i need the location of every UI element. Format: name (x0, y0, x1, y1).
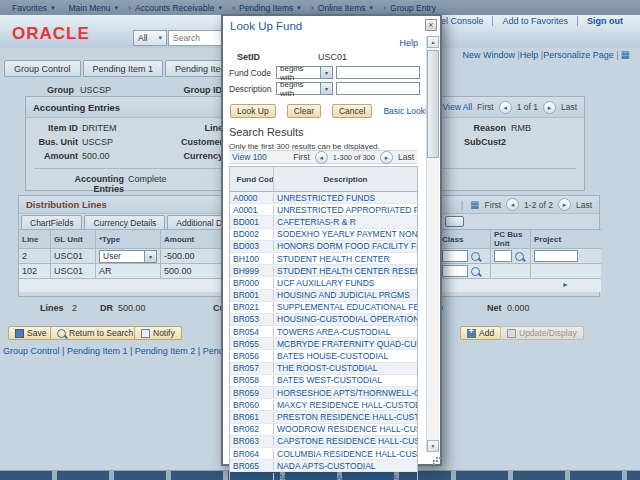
description-cell[interactable]: PRESTON RESIDENCE HALL-CUSTODI (274, 412, 417, 422)
result-row[interactable]: BR063 CAPSTONE RESIDENCE HALL-CUSTOD (230, 436, 417, 448)
close-icon[interactable]: × (425, 19, 437, 31)
add-button[interactable]: Add (460, 326, 501, 340)
description-cell[interactable]: HORSESHOE APTS/THORNWELL-CUSTO (274, 388, 417, 398)
description-cell[interactable]: TOWERS AREA-CUSTODIAL (274, 327, 417, 337)
pc-bus-unit-input[interactable] (494, 250, 512, 262)
fund-code-cell[interactable]: BR066 (230, 473, 274, 480)
footer-link[interactable]: Pending Item 2 (135, 346, 203, 356)
description-input[interactable] (336, 82, 420, 95)
look-up-button[interactable]: Look Up (230, 104, 276, 118)
result-row[interactable]: BR058 BATES WEST-CUSTODIAL (230, 375, 417, 387)
fund-code-cell[interactable]: BD002 (230, 229, 274, 239)
lookup-icon[interactable] (471, 252, 480, 261)
result-row[interactable]: BR057 THE ROOST-CUSTODIAL (230, 363, 417, 375)
pagebar-link[interactable]: New Window (462, 50, 519, 60)
description-cell[interactable]: MCBRYDE FRATERNITY QUAD-CUSTOD (274, 339, 417, 349)
breadcrumb-item[interactable]: › Group Entry (383, 3, 440, 13)
fund-code-input[interactable] (336, 66, 420, 79)
description-cell[interactable]: BATES WEST-CUSTODIAL (274, 375, 417, 385)
view-all-link[interactable]: View All (443, 102, 473, 112)
description-cell[interactable]: MAXCY RESIDENCE HALL-CUSTODIAL (274, 400, 417, 410)
description-cell[interactable]: STUDENT HEALTH CENTER RESERVE (274, 266, 417, 276)
type-select[interactable]: User ▾ (99, 250, 157, 263)
fund-code-cell[interactable]: BR062 (230, 424, 274, 434)
help-link[interactable]: Help (399, 38, 418, 48)
description-cell[interactable]: COLUMBIA RESIDENCE HALL-CUSTOD (274, 449, 417, 459)
description-cell[interactable]: HONORS DORM FOOD FACILITY FEE (274, 241, 417, 251)
fund-code-cell[interactable]: BR054 (230, 327, 274, 337)
resize-grip[interactable] (431, 455, 439, 463)
fund-code-cell[interactable]: BR064 (230, 449, 274, 459)
result-row[interactable]: BR066 PATTERSON HALL-CUSTODIAL (230, 472, 417, 480)
fund-code-cell[interactable]: BH100 (230, 254, 274, 264)
fund-code-cell[interactable]: BR001 (230, 290, 274, 300)
fund-code-cell[interactable]: BH999 (230, 266, 274, 276)
dialog-scrollbar[interactable]: ▲ ▼ (426, 36, 439, 452)
fund-code-cell[interactable]: BR053 (230, 314, 274, 324)
cancel-button[interactable]: Cancel (332, 104, 372, 118)
result-row[interactable]: BH100 STUDENT HEALTH CENTER (230, 253, 417, 265)
breadcrumb-item[interactable]: Main Menu ▾ (64, 3, 118, 13)
description-operator-select[interactable]: begins with ▾ (276, 82, 333, 95)
pager-next-button[interactable]: ▸ (543, 101, 556, 114)
fund-code-cell[interactable]: BR056 (230, 351, 274, 361)
result-row[interactable]: BD003 HONORS DORM FOOD FACILITY FEE (230, 241, 417, 253)
fund-code-cell[interactable]: BR065 (230, 461, 274, 471)
result-row[interactable]: BR054 TOWERS AREA-CUSTODIAL (230, 326, 417, 338)
scrollbar-thumb[interactable] (427, 50, 439, 158)
fund-code-cell[interactable]: BR058 (230, 375, 274, 385)
pagebar-link[interactable]: Help (520, 50, 543, 60)
result-row[interactable]: BR056 BATES HOUSE-CUSTODIAL (230, 350, 417, 362)
search-scope-select[interactable]: All ▾ (133, 30, 167, 46)
result-row[interactable]: BD001 CAFETERIAS-R & R (230, 216, 417, 228)
hscroll-right-icon[interactable]: ► (562, 281, 569, 288)
result-row[interactable]: BR055 MCBRYDE FRATERNITY QUAD-CUSTOD (230, 338, 417, 350)
result-row[interactable]: BR062 WOODROW RESIDENCE HALL-CUSTODI (230, 424, 417, 436)
result-row[interactable]: BR064 COLUMBIA RESIDENCE HALL-CUSTOD (230, 448, 417, 460)
pagebar-link[interactable]: Personalize Page (543, 50, 618, 60)
description-cell[interactable]: NADA APTS-CUSTODIAL (274, 461, 417, 471)
description-cell[interactable]: THE ROOST-CUSTODIAL (274, 363, 417, 373)
result-row[interactable]: BR000 UCF AUXILLARY FUNDS (230, 277, 417, 289)
result-row[interactable]: BR061 PRESTON RESIDENCE HALL-CUSTODI (230, 411, 417, 423)
breadcrumb-item[interactable]: › Online Items ▾ (311, 3, 373, 13)
description-cell[interactable]: WOODROW RESIDENCE HALL-CUSTODI (274, 424, 417, 434)
result-row[interactable]: BR001 HOUSING AND JUDICIAL PRGMS (230, 290, 417, 302)
class-input[interactable] (442, 265, 468, 277)
fund-code-cell[interactable]: BR063 (230, 436, 274, 446)
fund-code-cell[interactable]: BR055 (230, 339, 274, 349)
result-row[interactable]: BR021 SUPPLEMENTAL EDUCATIONAL FEE (230, 302, 417, 314)
result-row[interactable]: BR053 HOUSING-CUSTODIAL OPERATIONS (230, 314, 417, 326)
show-all-columns-icon[interactable] (445, 216, 464, 227)
clear-button[interactable]: Clear (287, 104, 321, 118)
breadcrumb-item[interactable]: › Pending Items ▾ (232, 3, 301, 13)
description-cell[interactable]: STUDENT HEALTH CENTER (274, 254, 417, 264)
update-display-button[interactable]: Update/Display (500, 326, 584, 340)
pager-next-button[interactable]: ▸ (558, 198, 571, 211)
pager-prev-button[interactable]: ◂ (499, 101, 512, 114)
fund-code-cell[interactable]: BR057 (230, 363, 274, 373)
header-link[interactable]: Add to Favorites (492, 16, 577, 26)
project-input[interactable] (534, 250, 578, 262)
description-cell[interactable]: UNRESTRICTED APPROPRIATED FUND (274, 205, 417, 215)
copy-url-icon[interactable]: ▦ (621, 50, 630, 60)
description-cell[interactable]: UCF AUXILLARY FUNDS (274, 278, 417, 288)
description-cell[interactable]: HOUSING AND JUDICIAL PRGMS (274, 290, 417, 300)
footer-link[interactable]: Group Control (3, 346, 67, 356)
fund-code-cell[interactable]: BR059 (230, 388, 274, 398)
notify-button[interactable]: Notify (134, 326, 182, 340)
return-to-search-button[interactable]: Return to Search (50, 326, 140, 340)
lookup-icon[interactable] (471, 267, 480, 276)
fund-code-cell[interactable]: A0001 (230, 205, 274, 215)
result-row[interactable]: A0000 UNRESTRICTED FUNDS (230, 192, 417, 204)
fund-code-cell[interactable]: A0000 (230, 193, 274, 203)
description-cell[interactable]: CAFETERIAS-R & R (274, 217, 417, 227)
description-cell[interactable]: PATTERSON HALL-CUSTODIAL (274, 473, 417, 480)
description-cell[interactable]: CAPSTONE RESIDENCE HALL-CUSTOD (274, 436, 417, 446)
save-button[interactable]: Save (8, 326, 53, 340)
description-cell[interactable]: UNRESTRICTED FUNDS (274, 193, 417, 203)
fund-code-cell[interactable]: BD003 (230, 241, 274, 251)
scroll-down-icon[interactable]: ▼ (427, 440, 439, 452)
lookup-icon[interactable] (515, 252, 524, 261)
breadcrumb-item[interactable]: › Accounts Receivable ▾ (128, 3, 222, 13)
